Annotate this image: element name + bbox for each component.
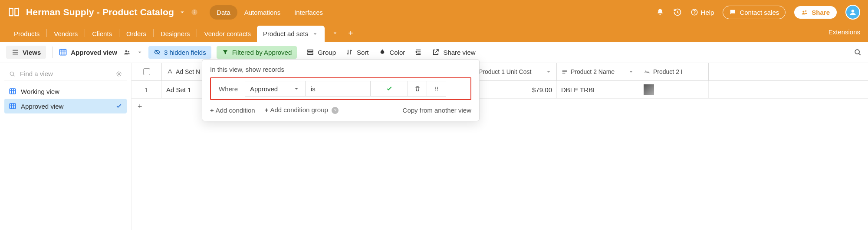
base-title[interactable]: Herman Supply - Product Catalog — [26, 7, 174, 17]
history-icon[interactable] — [673, 8, 682, 17]
chevron-down-icon — [312, 30, 319, 37]
share-view-label: Share view — [443, 49, 475, 56]
drag-handle-icon[interactable] — [427, 81, 446, 97]
find-view-placeholder: Find a view — [20, 70, 53, 77]
svg-point-5 — [803, 11, 805, 13]
table-tab-active[interactable]: Product ad sets — [257, 26, 325, 42]
filter-value[interactable] — [371, 81, 408, 97]
chevron-down-icon[interactable] — [545, 68, 552, 75]
svg-point-14 — [10, 72, 13, 75]
check-icon — [386, 85, 393, 92]
share-button[interactable]: Share — [794, 6, 837, 19]
svg-rect-1 — [194, 12, 195, 14]
table-tab-designers[interactable]: Designers — [155, 26, 196, 42]
more-tables-chevron-icon[interactable] — [332, 30, 339, 37]
cell-p2name[interactable]: DBLE TRBL — [557, 81, 639, 98]
current-view-chip[interactable]: Approved view — [59, 48, 143, 57]
search-icon[interactable] — [853, 48, 862, 57]
svg-point-15 — [118, 73, 120, 75]
svg-point-9 — [125, 50, 127, 53]
contact-sales-button[interactable]: Contact sales — [723, 6, 786, 19]
filter-condition-row: Where Approved is — [210, 77, 471, 100]
grid-icon — [59, 48, 67, 57]
cell-cost[interactable]: $79.00 — [474, 81, 557, 98]
filter-operator-select[interactable]: is — [306, 81, 371, 97]
extensions-link[interactable]: Extensions — [829, 28, 860, 38]
separator — [52, 47, 53, 58]
grid-icon — [9, 102, 16, 110]
find-view-input[interactable]: Find a view — [4, 67, 127, 80]
filter-chip[interactable]: Filtered by Approved — [217, 46, 297, 59]
column-header-p2name[interactable]: Product 2 Name — [557, 63, 639, 80]
sidebar-view-approved[interactable]: Approved view — [4, 99, 127, 113]
svg-point-10 — [128, 51, 129, 53]
settings-icon[interactable] — [115, 70, 122, 77]
grid-icon — [9, 87, 16, 95]
current-view-label: Approved view — [71, 49, 117, 56]
table-tab-vendor-contacts[interactable]: Vendor contacts — [198, 26, 257, 42]
base-icon — [8, 6, 20, 18]
chevron-down-icon[interactable] — [628, 68, 635, 75]
chevron-down-icon[interactable] — [178, 8, 186, 16]
table-tab-products[interactable]: Products — [8, 26, 46, 42]
add-group-label: Add condition group — [270, 106, 328, 113]
contact-label: Contact sales — [740, 9, 779, 16]
hidden-fields-label: 3 hidden fields — [164, 49, 206, 56]
filter-field-value: Approved — [250, 85, 278, 93]
col-label: Product 2 Name — [571, 68, 615, 75]
group-button[interactable]: Group — [306, 48, 336, 56]
table-tab-vendors[interactable]: Vendors — [48, 26, 84, 42]
info-icon[interactable] — [191, 8, 198, 16]
user-avatar[interactable] — [845, 5, 860, 20]
add-table-icon[interactable] — [347, 30, 354, 37]
people-icon[interactable] — [123, 48, 131, 56]
svg-point-19 — [435, 87, 436, 88]
svg-rect-8 — [60, 49, 66, 55]
filter-popup: In this view, show records Where Approve… — [202, 59, 480, 121]
view-label: Working view — [21, 88, 59, 95]
column-header-cost[interactable]: Product 1 Unit Cost — [474, 63, 557, 80]
add-condition-button[interactable]: +Add condition — [210, 107, 255, 114]
filter-where-label: Where — [214, 81, 245, 97]
table-tab-orders[interactable]: Orders — [120, 26, 152, 42]
chevron-down-icon[interactable] — [136, 49, 143, 56]
sidebar-view-working[interactable]: Working view — [4, 84, 127, 99]
color-button[interactable]: Color — [378, 48, 405, 56]
delete-condition-button[interactable] — [408, 81, 427, 97]
column-header-p2img[interactable]: Product 2 I — [639, 63, 709, 80]
chevron-down-icon — [293, 85, 300, 92]
help-icon[interactable]: ? — [332, 107, 339, 114]
copy-from-view-button[interactable]: Copy from another view — [403, 107, 471, 114]
nav-tab-automations[interactable]: Automations — [237, 5, 287, 20]
row-number[interactable]: 1 — [132, 81, 162, 98]
col-label: Product 2 I — [653, 68, 683, 75]
svg-rect-2 — [194, 10, 195, 11]
bell-icon[interactable] — [656, 8, 664, 17]
view-label: Approved view — [21, 103, 63, 110]
svg-point-22 — [437, 88, 438, 89]
share-view-button[interactable]: Share view — [432, 48, 475, 56]
help-button[interactable]: Help — [690, 8, 714, 16]
nav-tab-data[interactable]: Data — [210, 5, 237, 20]
row-height-button[interactable] — [414, 48, 422, 56]
svg-rect-17 — [10, 103, 16, 109]
sort-label: Sort — [357, 49, 369, 56]
svg-point-7 — [852, 10, 855, 13]
nav-tab-interfaces[interactable]: Interfaces — [287, 5, 330, 20]
color-label: Color — [390, 49, 405, 56]
views-label: Views — [23, 49, 41, 56]
add-condition-label: Add condition — [216, 107, 255, 114]
share-label: Share — [812, 9, 830, 16]
views-button[interactable]: Views — [6, 46, 46, 59]
filter-field-select[interactable]: Approved — [245, 81, 306, 97]
image-thumbnail — [644, 84, 654, 95]
help-label: Help — [701, 9, 714, 16]
add-condition-group-button[interactable]: +Add condition group ? — [265, 106, 339, 114]
hidden-fields-chip[interactable]: 3 hidden fields — [148, 46, 211, 59]
table-tab-clients[interactable]: Clients — [86, 26, 118, 42]
select-all-checkbox[interactable] — [132, 63, 162, 80]
col-label: Ad Set N — [176, 68, 200, 75]
sort-button[interactable]: Sort — [345, 48, 369, 56]
svg-point-6 — [805, 10, 806, 12]
cell-p2img[interactable] — [639, 81, 709, 98]
